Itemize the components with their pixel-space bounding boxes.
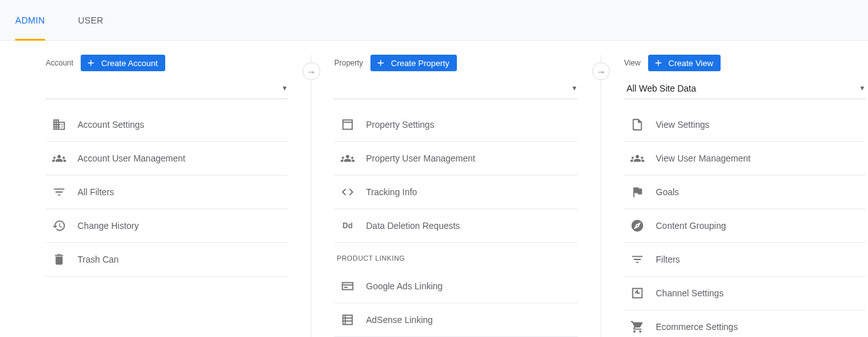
ads-icon (341, 279, 355, 293)
trash-can-row[interactable]: Trash Can (46, 243, 288, 277)
filter-icon (52, 185, 66, 199)
view-dropdown[interactable]: All Web Site Data ▼ (624, 78, 865, 99)
property-dropdown[interactable]: ▼ (334, 78, 578, 99)
trash-icon (52, 252, 66, 266)
history-icon (52, 219, 66, 233)
collapse-account-button[interactable]: → (302, 62, 320, 80)
svg-rect-0 (343, 120, 353, 130)
property-user-mgmt-row[interactable]: Property User Management (334, 142, 578, 175)
account-label: Account (46, 58, 73, 67)
adsense-linking-row[interactable]: AdSense Linking (334, 303, 578, 337)
building-icon (52, 118, 66, 132)
property-label: Property (334, 58, 363, 67)
view-user-mgmt-label: View User Management (656, 153, 750, 163)
top-tabs: ADMIN USER (0, 0, 868, 41)
account-header: Account Create Account (46, 55, 288, 71)
account-user-mgmt-label: Account User Management (78, 153, 186, 163)
account-settings-label: Account Settings (78, 120, 144, 130)
channel-icon (630, 286, 644, 300)
arrow-right-icon: → (597, 66, 606, 77)
content-grouping-row[interactable]: Content Grouping (624, 209, 865, 243)
goals-label: Goals (656, 187, 679, 197)
code-icon (341, 185, 355, 199)
create-view-button-label: Create View (668, 58, 714, 68)
create-property-button[interactable]: Create Property (370, 55, 457, 71)
account-dropdown[interactable]: ▼ (46, 78, 288, 99)
users-icon (630, 151, 644, 165)
flag-icon (630, 185, 644, 199)
view-header: View Create View (624, 55, 865, 71)
filters-row[interactable]: Filters (624, 243, 865, 277)
tab-admin[interactable]: ADMIN (15, 0, 45, 41)
property-settings-row[interactable]: Property Settings (334, 108, 578, 142)
compass-icon (630, 219, 644, 233)
adsense-linking-label: AdSense Linking (366, 315, 433, 325)
create-view-button[interactable]: Create View (648, 55, 721, 71)
channel-settings-row[interactable]: Channel Settings (624, 277, 865, 310)
account-settings-row[interactable]: Account Settings (46, 108, 288, 142)
property-column: Property Create Property ▼ Property Sett… (311, 55, 601, 337)
plus-icon (653, 58, 663, 68)
view-user-mgmt-row[interactable]: View User Management (624, 142, 865, 175)
svg-rect-5 (343, 315, 353, 325)
property-square-icon (341, 118, 355, 132)
data-deletion-label: Data Deletion Requests (366, 221, 460, 231)
goals-row[interactable]: Goals (624, 175, 865, 209)
tab-user[interactable]: USER (78, 0, 104, 41)
create-account-button[interactable]: Create Account (81, 55, 165, 71)
all-filters-row[interactable]: All Filters (46, 175, 288, 209)
property-user-mgmt-label: Property User Management (366, 153, 475, 163)
change-history-label: Change History (78, 221, 139, 231)
chevron-down-icon: ▼ (281, 85, 288, 92)
adsense-icon (341, 313, 355, 327)
view-dropdown-value: All Web Site Data (627, 83, 696, 93)
users-icon (341, 151, 355, 165)
plus-icon (86, 58, 96, 68)
chevron-down-icon: ▼ (859, 85, 865, 92)
create-property-button-label: Create Property (391, 58, 449, 68)
all-filters-label: All Filters (78, 187, 114, 197)
chevron-down-icon: ▼ (571, 85, 578, 92)
data-deletion-row[interactable]: Dd Data Deletion Requests (334, 209, 578, 243)
property-settings-label: Property Settings (366, 120, 434, 130)
trash-can-label: Trash Can (78, 254, 119, 265)
account-column: Account Create Account ▼ Account Setting… (0, 55, 311, 337)
change-history-row[interactable]: Change History (46, 209, 288, 243)
content: Account Create Account ▼ Account Setting… (0, 41, 868, 337)
dd-icon: Dd (341, 219, 355, 233)
view-column: View Create View All Web Site Data ▼ Vie… (601, 55, 867, 337)
tracking-info-label: Tracking Info (366, 187, 417, 197)
google-ads-linking-row[interactable]: Google Ads Linking (334, 270, 578, 303)
users-icon (52, 151, 66, 165)
create-account-button-label: Create Account (101, 58, 158, 68)
tracking-info-row[interactable]: Tracking Info (334, 175, 578, 209)
view-settings-row[interactable]: View Settings (624, 108, 865, 142)
property-header: Property Create Property (334, 55, 578, 71)
ecommerce-settings-label: Ecommerce Settings (656, 322, 738, 332)
account-user-mgmt-row[interactable]: Account User Management (46, 142, 288, 175)
content-grouping-label: Content Grouping (656, 221, 726, 231)
arrow-right-icon: → (307, 66, 316, 77)
plus-icon (376, 58, 386, 68)
collapse-property-button[interactable]: → (592, 62, 610, 80)
product-linking-header: PRODUCT LINKING (334, 243, 578, 270)
view-label: View (624, 58, 641, 67)
page-icon (630, 118, 644, 132)
svg-rect-2 (342, 283, 353, 290)
google-ads-linking-label: Google Ads Linking (366, 281, 443, 291)
ecommerce-settings-row[interactable]: Ecommerce Settings (624, 310, 865, 337)
filter-icon (630, 252, 644, 266)
filters-label: Filters (656, 254, 680, 265)
cart-icon (630, 320, 644, 334)
view-settings-label: View Settings (656, 120, 710, 130)
channel-settings-label: Channel Settings (656, 288, 724, 298)
